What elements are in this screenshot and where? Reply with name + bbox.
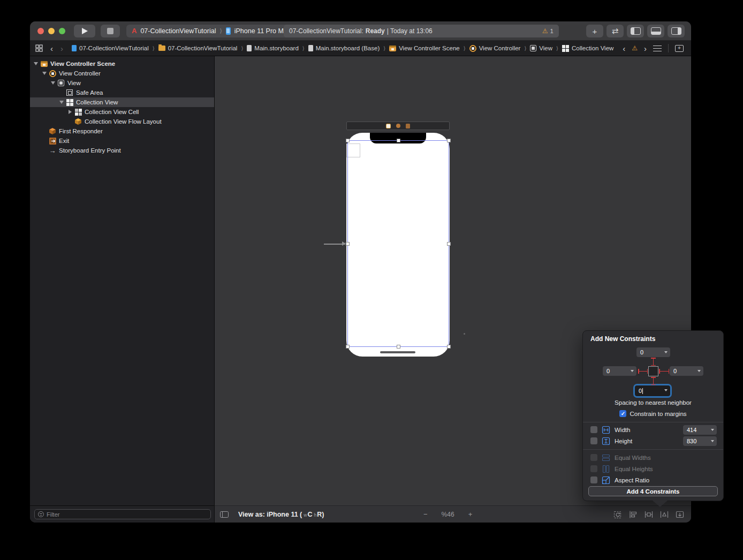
breadcrumb-scene[interactable]: View Controller Scene [389,45,460,51]
filter-field[interactable] [34,509,211,519]
run-button[interactable] [74,25,95,37]
previous-issue-button[interactable]: ‹ [623,44,625,52]
breadcrumb-folder[interactable]: 07-CollectionViewTutorial [158,45,238,51]
height-checkbox[interactable] [590,437,597,444]
toggle-inspectors-button[interactable] [668,25,685,37]
related-items-icon[interactable] [35,44,43,52]
disclosure-triangle[interactable] [50,81,56,85]
folder-icon [158,46,165,51]
status-time: | Today at 13:06 [387,27,433,35]
resize-handle-bottom[interactable] [397,345,400,349]
outline-item-collection-view-cell[interactable]: Collection View Cell [30,107,214,117]
breadcrumb-view[interactable]: View [530,45,552,51]
resolve-autolayout-issues-icon[interactable] [659,510,669,519]
issue-warning-icon[interactable]: ⚠ [632,44,638,52]
disclosure-triangle[interactable] [67,110,73,114]
filter-input[interactable] [47,511,202,518]
dock-first-responder-icon[interactable] [396,124,400,128]
zoom-out-button[interactable]: − [423,510,428,518]
constrain-to-margins-row[interactable]: ✓ Constrain to margins [583,410,723,417]
breadcrumb-collection-view[interactable]: Collection View [562,45,613,52]
dock-exit-icon[interactable] [406,124,410,128]
view-as-control[interactable]: View as: iPhone 11 (wChR) [238,511,324,518]
close-window-button[interactable] [37,28,44,34]
scene-dock [346,122,450,130]
resize-handle-top-left[interactable] [346,139,350,142]
leading-constraint-dropdown[interactable]: 0 [603,366,636,376]
window-toolbar: A 07-CollectionViewTutorial ⟩ iPhone 11 … [30,21,691,41]
breadcrumb-project[interactable]: 07-CollectionViewTutorial [72,45,149,51]
zoom-window-button[interactable] [59,28,65,34]
swap-arrows-icon: ⇄ [612,26,619,36]
scheme-selector[interactable]: A 07-CollectionViewTutorial ⟩ iPhone 11 … [126,25,296,37]
toggle-debug-area-button[interactable] [647,25,664,37]
forward-button[interactable]: › [60,44,63,52]
resize-handle-left[interactable] [346,242,350,246]
scene-icon [41,61,48,67]
outline-item-collection-view[interactable]: Collection View [30,97,214,107]
top-constraint-beam[interactable] [653,358,654,366]
constrain-margins-checkbox[interactable]: ✓ [619,410,626,417]
leading-constraint-beam[interactable] [638,371,648,372]
resize-handle-right[interactable] [447,242,451,246]
library-button[interactable]: + [586,25,603,37]
height-value-dropdown[interactable]: 830 [683,436,717,446]
code-review-button[interactable]: ⇄ [606,25,624,37]
embed-in-stack-icon[interactable] [675,510,685,519]
outline-item-exit[interactable]: Exit [30,136,214,146]
collection-view-selection[interactable] [347,140,449,347]
align-icon[interactable] [628,510,638,519]
bottom-constraint-beam[interactable] [653,377,654,385]
outline-item-safe-area[interactable]: Safe Area [30,88,214,97]
right-panel-icon [671,27,681,35]
document-items-icon[interactable] [653,46,662,51]
view-icon [58,80,64,86]
width-value-dropdown[interactable]: 414 [683,425,717,435]
width-constraint-row[interactable]: Width 414 [590,424,717,435]
outline-item-view-controller-scene[interactable]: View Controller Scene [30,59,214,69]
outline-item-entry-point[interactable]: → Storyboard Entry Point [30,146,214,155]
trailing-constraint-dropdown[interactable]: 0 [670,366,703,376]
add-new-constraints-popover: Add New Constraints 0 0 0 0 Spacing to n… [582,330,724,501]
aspect-ratio-row[interactable]: Aspect Ratio [590,474,717,486]
flow-layout-cube-icon [74,118,82,125]
aspect-ratio-checkbox[interactable] [590,476,597,483]
next-issue-button[interactable]: › [644,44,647,52]
trailing-constraint-beam[interactable] [659,371,669,372]
add-editor-icon[interactable]: + [675,45,684,52]
breadcrumb-storyboard-base[interactable]: Main.storyboard (Base) [308,45,380,51]
outline-item-flow-layout[interactable]: Collection View Flow Layout [30,117,214,126]
zoom-level[interactable]: %46 [442,511,454,518]
breadcrumb-view-controller[interactable]: View Controller [469,45,521,52]
aspect-ratio-label: Aspect Ratio [615,477,649,483]
warning-icon[interactable]: ⚠ [542,27,548,35]
dock-view-controller-icon[interactable] [386,124,391,128]
resize-handle-bottom-right[interactable] [447,345,451,349]
device-bezel-toggle-icon[interactable] [220,511,229,518]
height-constraint-row[interactable]: Height 830 [590,435,717,447]
disclosure-triangle[interactable] [42,72,47,75]
outline-item-first-responder[interactable]: First Responder [30,126,214,136]
resize-handle-bottom-left[interactable] [346,345,350,349]
storyboard-entry-point-arrow[interactable] [324,244,345,245]
warning-count[interactable]: 1 [550,28,554,34]
disclosure-triangle[interactable] [59,101,64,104]
outline-item-view[interactable]: View [30,78,214,88]
outline-item-view-controller[interactable]: View Controller [30,69,214,78]
update-frames-icon[interactable] [613,510,623,519]
disclosure-triangle[interactable] [33,62,39,65]
resize-handle-top-right[interactable] [447,139,451,142]
equal-heights-label: Equal Heights [615,466,653,472]
minimize-window-button[interactable] [48,28,55,34]
add-constraints-icon[interactable] [644,510,654,519]
toggle-navigator-button[interactable] [627,25,644,37]
back-button[interactable]: ‹ [50,44,53,52]
resize-handle-top[interactable] [397,139,400,142]
bottom-constraint-dropdown[interactable]: 0 [635,385,670,396]
stop-button[interactable] [101,25,120,37]
width-checkbox[interactable] [590,426,597,433]
add-constraints-button[interactable]: Add 4 Constraints [588,486,718,496]
zoom-in-button[interactable]: + [468,510,473,518]
top-constraint-dropdown[interactable]: 0 [636,347,670,357]
breadcrumb-storyboard[interactable]: Main.storyboard [247,45,298,51]
